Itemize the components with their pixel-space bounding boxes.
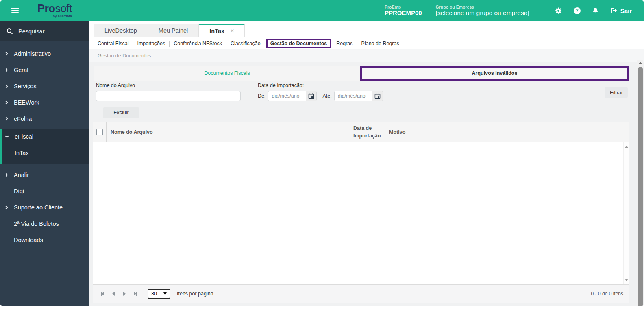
search-icon bbox=[7, 28, 13, 35]
select-all-checkbox[interactable] bbox=[96, 129, 103, 135]
chevron-down-icon bbox=[163, 292, 167, 295]
first-page-button[interactable] bbox=[97, 289, 107, 299]
chevron-right-icon bbox=[5, 101, 11, 104]
sidebar-item-efolha[interactable]: eFolha bbox=[0, 111, 89, 127]
help-icon[interactable]: ? bbox=[574, 7, 581, 14]
sidebar-search[interactable] bbox=[0, 21, 89, 41]
items-per-page-label: Itens por página bbox=[177, 291, 213, 297]
logo-byline: by alterdata bbox=[37, 15, 72, 18]
tab-documentos-fiscais[interactable]: Documentos Fiscais bbox=[94, 66, 360, 81]
module-subtabs: Central Fiscal Importações Conferência N… bbox=[89, 38, 644, 49]
pager: 30 Itens por página 0 - 0 de 0 itens bbox=[93, 284, 629, 303]
nome-arquivo-input[interactable] bbox=[96, 91, 241, 101]
sidebar-group-efiscal: eFiscal InTax bbox=[0, 129, 89, 164]
column-data-importacao[interactable]: Data de Importação bbox=[349, 122, 385, 142]
prosoft-logo: Prosoft by alterdata bbox=[37, 3, 72, 18]
notifications-bell-icon[interactable] bbox=[592, 7, 599, 15]
column-nome-arquivo[interactable]: Nome do Arquivo bbox=[107, 122, 349, 142]
tab-meu-painel[interactable]: Meu Painel bbox=[148, 24, 199, 37]
chevron-right-icon bbox=[5, 118, 11, 120]
sidebar-item-geral[interactable]: Geral bbox=[0, 62, 89, 78]
date-to-input[interactable] bbox=[335, 91, 372, 101]
breadcrumb: Gestão de Documentos bbox=[98, 53, 151, 59]
chevron-right-icon bbox=[5, 206, 11, 209]
chevron-down-icon bbox=[6, 136, 11, 137]
date-to-field bbox=[334, 91, 383, 101]
search-input[interactable] bbox=[18, 28, 83, 35]
group-label: Grupo ou Empresa bbox=[436, 4, 529, 9]
sidebar-item-2via-boletos[interactable]: 2ª Via de Boletos bbox=[0, 216, 89, 232]
data-importacao-label: Data de Importação: bbox=[258, 83, 389, 88]
sidebar-item-beework[interactable]: BEEWork bbox=[0, 94, 89, 111]
chevron-right-icon bbox=[5, 52, 11, 55]
sign-out-icon bbox=[610, 7, 618, 14]
breadcrumb-row: Gestão de Documentos bbox=[89, 49, 644, 62]
sidebar-item-digi[interactable]: Digi bbox=[0, 183, 89, 199]
subtab-plano-de-regras[interactable]: Plano de Regras bbox=[357, 41, 403, 46]
group-value: [selecione um grupo ou empresa] bbox=[436, 9, 529, 17]
grid-body bbox=[93, 142, 629, 284]
tab-arquivos-invalidos[interactable]: Arquivos Inválidos bbox=[360, 66, 629, 81]
chevron-right-icon bbox=[5, 69, 11, 71]
last-page-button[interactable] bbox=[130, 289, 140, 299]
sidebar-item-downloads[interactable]: Downloads bbox=[0, 232, 89, 248]
scrollbar-thumb[interactable] bbox=[638, 67, 643, 306]
filtrar-button[interactable]: Filtrar bbox=[605, 87, 628, 98]
chevron-right-icon bbox=[5, 174, 11, 176]
subtab-classificacao[interactable]: Classificação bbox=[226, 41, 265, 46]
next-page-button[interactable] bbox=[119, 289, 129, 299]
chevron-right-icon bbox=[5, 85, 11, 87]
scroll-up-icon[interactable] bbox=[625, 146, 628, 148]
view-tabs: Documentos Fiscais Arquivos Inválidos bbox=[94, 66, 629, 81]
sidebar-item-efiscal[interactable]: eFiscal bbox=[2, 129, 89, 145]
page-scrollbar[interactable] bbox=[637, 60, 643, 306]
scroll-up-icon[interactable] bbox=[639, 62, 642, 64]
company-field: ProEmp PPROEMP00 bbox=[385, 4, 422, 16]
subtab-gestao-de-documentos[interactable]: Gestão de Documentos bbox=[266, 39, 331, 48]
logout-label: Sair bbox=[620, 7, 632, 14]
hamburger-menu-icon[interactable] bbox=[11, 7, 20, 15]
date-from-field bbox=[268, 91, 317, 101]
grid-header: Nome do Arquivo Data de Importação Motiv… bbox=[93, 122, 629, 142]
logout-button[interactable]: Sair bbox=[610, 7, 632, 14]
topbar: Prosoft by alterdata ProEmp PPROEMP00 Gr… bbox=[0, 0, 644, 21]
sidebar-item-administrativo[interactable]: Administrativo bbox=[0, 46, 89, 62]
company-value: PPROEMP00 bbox=[385, 9, 422, 16]
items-range-label: 0 - 0 de 0 itens bbox=[591, 291, 625, 297]
calendar-icon[interactable] bbox=[306, 91, 316, 101]
content-panel: Documentos Fiscais Arquivos Inválidos No… bbox=[89, 62, 644, 306]
ate-label: Até: bbox=[322, 93, 331, 99]
sidebar-item-suporte[interactable]: Suporte ao Cliente bbox=[0, 199, 89, 216]
date-from-input[interactable] bbox=[268, 91, 306, 101]
scroll-down-icon[interactable] bbox=[625, 279, 628, 281]
sidebar-item-analir[interactable]: Analir bbox=[0, 167, 89, 183]
tab-livedesktop[interactable]: LiveDesktop bbox=[94, 24, 148, 37]
nome-arquivo-label: Nome do Arquivo bbox=[96, 83, 241, 88]
data-grid: Nome do Arquivo Data de Importação Motiv… bbox=[93, 122, 629, 303]
excluir-button[interactable]: Excluir bbox=[103, 107, 139, 118]
filters-panel: Nome do Arquivo Data de Importação: De: bbox=[94, 81, 629, 105]
subtab-importacoes[interactable]: Importações bbox=[133, 41, 169, 46]
page-size-select[interactable]: 30 bbox=[148, 289, 170, 299]
de-label: De: bbox=[258, 93, 265, 99]
subtab-regras[interactable]: Regras bbox=[332, 41, 357, 46]
sidebar: Administrativo Geral Serviços BEEWork eF… bbox=[0, 21, 89, 306]
workspace-tabs: LiveDesktop Meu Painel InTax × bbox=[89, 24, 644, 37]
calendar-icon[interactable] bbox=[372, 91, 383, 101]
close-tab-icon[interactable]: × bbox=[230, 27, 234, 35]
sidebar-item-intax[interactable]: InTax bbox=[2, 145, 89, 161]
company-label: ProEmp bbox=[385, 4, 422, 9]
tab-intax[interactable]: InTax × bbox=[199, 24, 245, 37]
group-selector[interactable]: Grupo ou Empresa [selecione um grupo ou … bbox=[436, 4, 529, 17]
grid-scrollbar[interactable] bbox=[623, 142, 629, 284]
subtab-conferencia-nfstock[interactable]: Conferência NFStock bbox=[170, 41, 226, 46]
settings-gear-icon[interactable] bbox=[555, 7, 562, 15]
app-window: Prosoft by alterdata ProEmp PPROEMP00 Gr… bbox=[0, 0, 644, 306]
subtab-central-fiscal[interactable]: Central Fiscal bbox=[94, 41, 133, 46]
main-area: LiveDesktop Meu Painel InTax × Central F… bbox=[89, 21, 644, 306]
previous-page-button[interactable] bbox=[108, 289, 118, 299]
column-motivo[interactable]: Motivo bbox=[385, 122, 629, 142]
sidebar-item-servicos[interactable]: Serviços bbox=[0, 78, 89, 94]
